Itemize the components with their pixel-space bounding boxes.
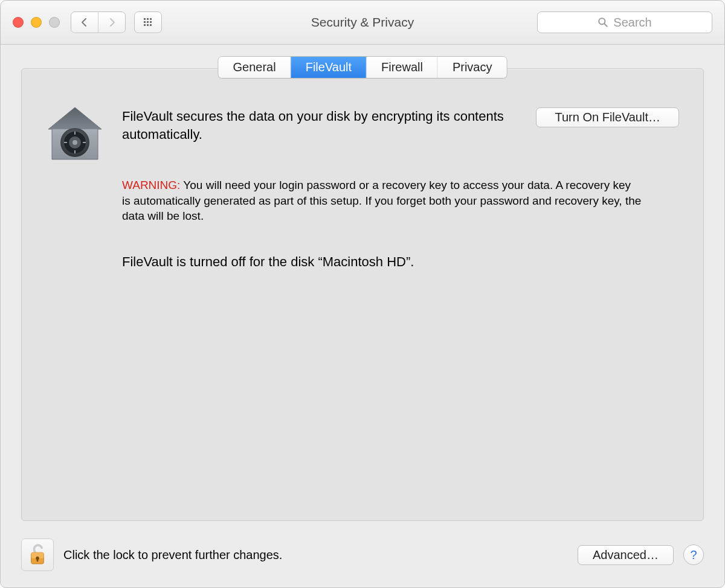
- show-all-button[interactable]: [134, 11, 162, 33]
- svg-rect-5: [150, 21, 152, 23]
- warning-label: WARNING:: [122, 179, 180, 191]
- tab-bar: General FileVault Firewall Privacy: [218, 56, 507, 78]
- tab-filevault[interactable]: FileVault: [291, 57, 367, 78]
- preferences-window: Security & Privacy Search General FileVa…: [0, 0, 725, 588]
- search-placeholder: Search: [613, 16, 651, 30]
- svg-point-16: [72, 140, 77, 145]
- svg-rect-2: [150, 18, 152, 20]
- tab-firewall[interactable]: Firewall: [367, 57, 438, 78]
- tab-privacy[interactable]: Privacy: [438, 57, 507, 78]
- minimize-window-button[interactable]: [31, 17, 42, 28]
- svg-rect-0: [144, 18, 146, 20]
- grid-icon: [143, 18, 153, 27]
- zoom-window-button[interactable]: [49, 17, 60, 28]
- lock-message: Click the lock to prevent further change…: [63, 548, 282, 562]
- svg-rect-8: [150, 24, 152, 26]
- chevron-left-icon: [80, 18, 89, 27]
- svg-marker-12: [48, 107, 102, 129]
- footer: Click the lock to prevent further change…: [21, 537, 704, 573]
- svg-line-10: [605, 24, 608, 27]
- filevault-warning: WARNING: You will need your login passwo…: [122, 177, 642, 224]
- svg-rect-4: [147, 21, 149, 23]
- window-body: General FileVault Firewall Privacy: [1, 44, 724, 587]
- svg-rect-24: [37, 558, 39, 562]
- chevron-right-icon: [107, 18, 117, 27]
- advanced-button[interactable]: Advanced…: [578, 545, 674, 565]
- search-field[interactable]: Search: [537, 11, 712, 33]
- filevault-icon: [46, 105, 104, 165]
- nav-back-forward: [71, 11, 126, 33]
- search-icon: [598, 17, 608, 28]
- svg-rect-1: [147, 18, 149, 20]
- lock-button[interactable]: [21, 538, 54, 571]
- help-button[interactable]: ?: [683, 545, 704, 565]
- filevault-status: FileVault is turned off for the disk “Ma…: [122, 254, 679, 270]
- svg-rect-6: [144, 24, 146, 26]
- svg-rect-3: [144, 21, 146, 23]
- filevault-headline: FileVault secures the data on your disk …: [122, 105, 518, 143]
- tab-general[interactable]: General: [219, 57, 291, 78]
- turn-on-filevault-button[interactable]: Turn On FileVault…: [536, 107, 679, 127]
- unlocked-padlock-icon: [28, 543, 47, 566]
- svg-rect-7: [147, 24, 149, 26]
- forward-button[interactable]: [98, 12, 125, 33]
- titlebar: Security & Privacy Search: [1, 1, 724, 45]
- tab-panel: FileVault secures the data on your disk …: [21, 68, 704, 521]
- back-button[interactable]: [71, 12, 98, 33]
- warning-text: You will need your login password or a r…: [122, 179, 641, 222]
- window-controls: [13, 17, 60, 28]
- close-window-button[interactable]: [13, 17, 24, 28]
